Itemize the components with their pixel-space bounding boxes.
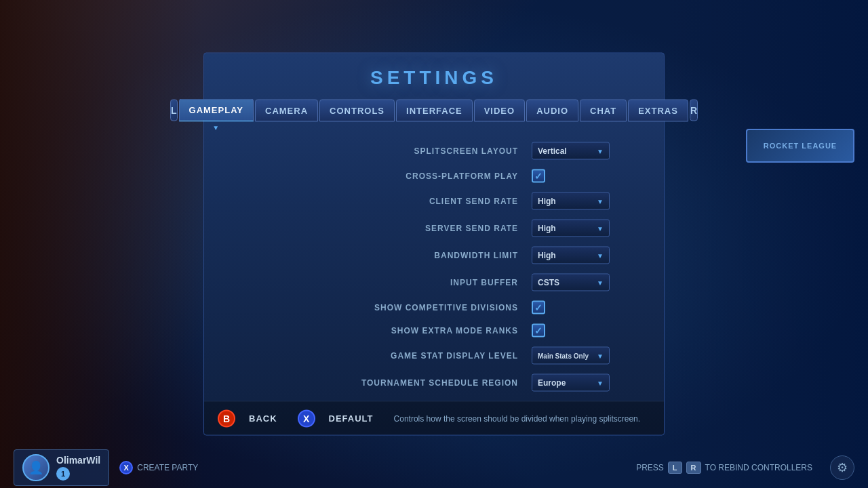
dropdown-client-send-rate-value: High xyxy=(538,197,556,206)
label-show-competitive-divisions: SHOW COMPETITIVE DIVISIONS xyxy=(258,303,532,312)
label-show-extra-mode-ranks: SHOW EXTRA MODE RANKS xyxy=(258,326,532,336)
tab-r-bumper[interactable]: R xyxy=(690,100,698,121)
tab-chat[interactable]: CHAT xyxy=(580,99,627,121)
control-splitscreen-layout: Vertical ▼ xyxy=(532,142,610,160)
label-input-buffer: INPUT BUFFER xyxy=(258,278,532,287)
rebind-key-l: L xyxy=(668,462,682,474)
control-input-buffer: CSTS ▼ xyxy=(532,274,610,291)
dropdown-splitscreen-layout-value: Vertical xyxy=(538,146,567,156)
control-cross-platform-play xyxy=(532,169,610,183)
dropdown-client-send-rate-arrow: ▼ xyxy=(597,197,604,205)
gear-icon[interactable]: ⚙ xyxy=(830,455,854,480)
tab-extras[interactable]: EXTRAS xyxy=(628,99,688,121)
bottom-bar-hint: Controls how the screen should be divide… xyxy=(394,413,641,423)
dropdown-game-stat-display-level-arrow: ▼ xyxy=(597,352,604,359)
rebind-hint-press: PRESS xyxy=(636,463,664,472)
label-game-stat-display-level: GAME STAT DISPLAY LEVEL xyxy=(258,351,532,361)
setting-row-game-stat-display-level: GAME STAT DISPLAY LEVEL Main Stats Only … xyxy=(258,347,610,365)
back-button-label[interactable]: BACK xyxy=(249,413,277,424)
back-button-badge[interactable]: B xyxy=(218,409,235,427)
rebind-key-r: R xyxy=(686,462,701,474)
dropdown-tournament-schedule-region[interactable]: Europe ▼ xyxy=(532,374,610,392)
rl-logo: ROCKET LEAGUE xyxy=(746,129,854,163)
control-tournament-schedule-region: Europe ▼ xyxy=(532,374,610,392)
label-bandwidth-limit: BANDWIDTH LIMIT xyxy=(258,251,532,260)
settings-title: SETTINGS xyxy=(204,54,664,99)
label-client-send-rate: CLIENT SEND RATE xyxy=(258,197,532,206)
tab-audio[interactable]: AUDIO xyxy=(526,99,578,121)
tab-interface[interactable]: INTERFACE xyxy=(396,99,473,121)
player-info: 👤 OlimarWil 1 xyxy=(14,449,109,486)
dropdown-splitscreen-layout[interactable]: Vertical ▼ xyxy=(532,142,610,160)
setting-row-splitscreen-layout: SPLITSCREEN LAYOUT Vertical ▼ xyxy=(258,142,610,160)
dropdown-tournament-schedule-region-arrow: ▼ xyxy=(597,379,604,386)
dropdown-tournament-schedule-region-value: Europe xyxy=(538,378,566,388)
default-button-badge[interactable]: X xyxy=(298,409,315,427)
create-party-label: CREATE PARTY xyxy=(137,463,198,472)
tab-video[interactable]: VIDEO xyxy=(474,99,525,121)
dropdown-client-send-rate[interactable]: High ▼ xyxy=(532,192,610,210)
bg-left-overlay xyxy=(0,0,203,488)
dropdown-input-buffer[interactable]: CSTS ▼ xyxy=(532,274,610,291)
player-avatar: 👤 xyxy=(22,454,50,481)
create-party-x-icon: X xyxy=(119,461,133,474)
settings-content: SPLITSCREEN LAYOUT Vertical ▼ CROSS-PLAT… xyxy=(204,122,664,415)
setting-row-show-competitive-divisions: SHOW COMPETITIVE DIVISIONS xyxy=(258,301,610,314)
rebind-hint-suffix: TO REBIND CONTROLLERS xyxy=(705,463,812,472)
control-game-stat-display-level: Main Stats Only ▼ xyxy=(532,347,610,365)
dropdown-game-stat-display-level[interactable]: Main Stats Only ▼ xyxy=(532,347,610,365)
tab-controls[interactable]: CONTROLS xyxy=(319,99,395,121)
label-tournament-schedule-region: TOURNAMENT SCHEDULE REGION xyxy=(258,378,532,388)
bottom-bar: B BACK X DEFAULT Controls how the screen… xyxy=(204,401,664,435)
setting-row-client-send-rate: CLIENT SEND RATE High ▼ xyxy=(258,192,610,210)
tabs-row: L GAMEPLAY CAMERA CONTROLS INTERFACE VID… xyxy=(204,99,664,122)
dropdown-bandwidth-limit-arrow: ▼ xyxy=(597,251,604,259)
dropdown-server-send-rate-arrow: ▼ xyxy=(597,224,604,232)
dropdown-input-buffer-value: CSTS xyxy=(538,278,559,287)
setting-row-tournament-schedule-region: TOURNAMENT SCHEDULE REGION Europe ▼ xyxy=(258,374,610,392)
control-bandwidth-limit: High ▼ xyxy=(532,247,610,264)
checkbox-show-competitive-divisions[interactable] xyxy=(532,301,545,314)
control-client-send-rate: High ▼ xyxy=(532,192,610,210)
dropdown-bandwidth-limit-value: High xyxy=(538,251,556,260)
player-name: OlimarWil xyxy=(56,455,100,466)
tab-camera[interactable]: CAMERA xyxy=(255,99,318,121)
bottom-hud: 👤 OlimarWil 1 X CREATE PARTY PRESS L R T… xyxy=(0,447,868,488)
dropdown-input-buffer-arrow: ▼ xyxy=(597,279,604,286)
default-button-label[interactable]: DEFAULT xyxy=(329,413,374,424)
tab-l-bumper[interactable]: L xyxy=(170,100,178,121)
setting-row-bandwidth-limit: BANDWIDTH LIMIT High ▼ xyxy=(258,247,610,264)
dropdown-game-stat-display-level-value: Main Stats Only xyxy=(538,352,589,359)
dropdown-bandwidth-limit[interactable]: High ▼ xyxy=(532,247,610,264)
dropdown-splitscreen-layout-arrow: ▼ xyxy=(597,147,604,155)
label-cross-platform-play: CROSS-PLATFORM PLAY xyxy=(258,171,532,181)
setting-row-input-buffer: INPUT BUFFER CSTS ▼ xyxy=(258,274,610,291)
control-show-extra-mode-ranks xyxy=(532,324,610,338)
bg-right-overlay xyxy=(665,0,868,488)
rebind-hint: PRESS L R TO REBIND CONTROLLERS ⚙ xyxy=(636,455,854,480)
control-show-competitive-divisions xyxy=(532,301,610,314)
player-level: 1 xyxy=(56,467,70,481)
settings-panel: SETTINGS L GAMEPLAY CAMERA CONTROLS INTE… xyxy=(203,53,665,436)
checkbox-cross-platform-play[interactable] xyxy=(532,169,545,183)
setting-row-show-extra-mode-ranks: SHOW EXTRA MODE RANKS xyxy=(258,324,610,338)
control-server-send-rate: High ▼ xyxy=(532,220,610,237)
setting-row-server-send-rate: SERVER SEND RATE High ▼ xyxy=(258,220,610,237)
checkbox-show-extra-mode-ranks[interactable] xyxy=(532,324,545,338)
label-server-send-rate: SERVER SEND RATE xyxy=(258,224,532,233)
dropdown-server-send-rate[interactable]: High ▼ xyxy=(532,220,610,237)
label-splitscreen-layout: SPLITSCREEN LAYOUT xyxy=(258,146,532,156)
tab-gameplay[interactable]: GAMEPLAY xyxy=(179,99,254,122)
dropdown-server-send-rate-value: High xyxy=(538,224,556,233)
setting-row-cross-platform-play: CROSS-PLATFORM PLAY xyxy=(258,169,610,183)
create-party-button[interactable]: X CREATE PARTY xyxy=(119,461,198,474)
